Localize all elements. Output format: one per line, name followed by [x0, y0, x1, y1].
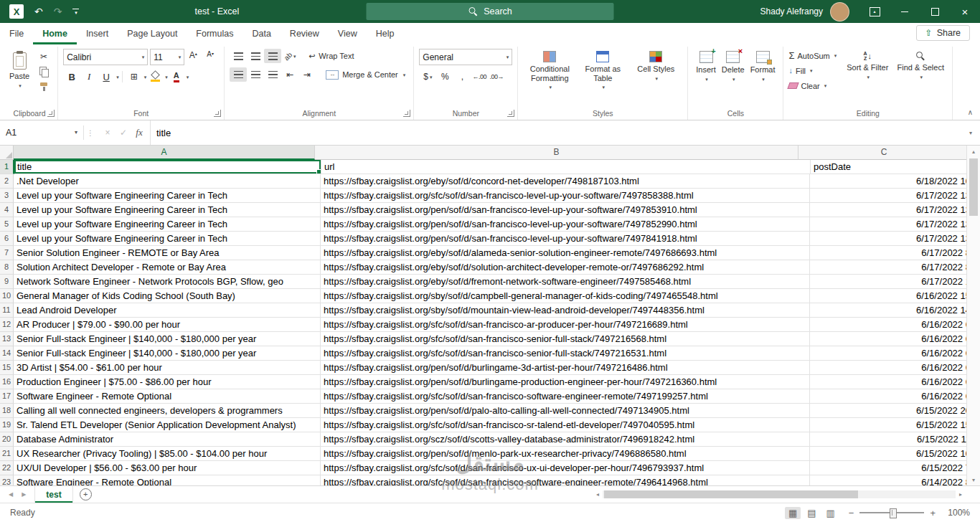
scroll-left-icon[interactable]: ◂	[593, 491, 603, 498]
align-left-button[interactable]	[230, 67, 247, 82]
horizontal-scrollbar[interactable]: ◂ ▸	[593, 486, 980, 503]
cell-C13[interactable]: 6/16/2022 6:48	[810, 332, 966, 346]
row-header-2[interactable]: 2	[0, 174, 14, 189]
cell-C18[interactable]: 6/15/2022 20:35	[810, 404, 966, 418]
row-header-5[interactable]: 5	[0, 217, 14, 232]
minimize-button[interactable]	[890, 0, 920, 23]
name-box[interactable]: A1 ▾	[0, 120, 83, 145]
orientation-button[interactable]: ab▾	[281, 49, 298, 63]
decrease-indent-button[interactable]: ⇤	[281, 67, 298, 82]
cell-C10[interactable]: 6/16/2022 15:19	[810, 289, 966, 303]
tab-view[interactable]: View	[329, 23, 367, 44]
font-color-dropdown-icon[interactable]: ▾	[187, 75, 189, 80]
cell-C5[interactable]: 6/17/2022 13:32	[810, 217, 966, 232]
tab-file[interactable]: File	[0, 23, 33, 44]
column-header-A[interactable]: A	[14, 146, 315, 160]
cell-B2[interactable]: https://sfbay.craigslist.org/eby/sof/d/c…	[321, 174, 810, 189]
cell-B15[interactable]: https://sfbay.craigslist.org/pen/sof/d/b…	[321, 361, 810, 375]
cell-C16[interactable]: 6/16/2022 6:47	[810, 375, 966, 389]
font-color-button[interactable]: A	[168, 70, 185, 84]
cell-B10[interactable]: https://sfbay.craigslist.org/sby/sof/d/c…	[321, 289, 810, 303]
new-sheet-button[interactable]: +	[80, 488, 92, 500]
zoom-in-icon[interactable]: +	[930, 508, 936, 518]
fill-color-button[interactable]	[146, 70, 164, 84]
row-header-11[interactable]: 11	[0, 303, 14, 318]
merge-center-button[interactable]: ↔ Merge & Center ▾	[323, 69, 408, 81]
formula-bar-expand-icon[interactable]: ▾	[961, 130, 980, 136]
name-box-dropdown-icon[interactable]: ▾	[75, 130, 77, 136]
tab-data[interactable]: Data	[242, 23, 280, 44]
cell-B23[interactable]: https://sfbay.craigslist.org/sfc/sof/d/s…	[321, 475, 810, 485]
row-header-19[interactable]: 19	[0, 418, 14, 432]
cell-C15[interactable]: 6/16/2022 6:48	[810, 361, 966, 375]
redo-button[interactable]: ↷	[54, 6, 62, 16]
cell-A2[interactable]: .Net Developer	[14, 174, 321, 189]
fill-button[interactable]: ↓Fill▾	[788, 64, 837, 77]
row-header-16[interactable]: 16	[0, 375, 14, 389]
cell-A22[interactable]: UX/UI Developer | $56.00 - $63.00 per ho…	[14, 461, 321, 475]
vertical-scrollbar[interactable]: ▴ ▾	[966, 146, 980, 485]
cell-C17[interactable]: 6/16/2022 6:01	[810, 389, 966, 404]
find-select-button[interactable]: Find & Select ▾	[894, 49, 947, 82]
cell-C7[interactable]: 6/17/2022 8:25	[810, 246, 966, 260]
row-header-21[interactable]: 21	[0, 447, 14, 461]
user-avatar[interactable]	[830, 2, 849, 22]
column-header-C[interactable]: C	[798, 146, 966, 160]
italic-button[interactable]: I	[80, 70, 98, 84]
normal-view-button[interactable]: ▦	[785, 507, 801, 519]
decrease-font-size-button[interactable]: A▾	[202, 50, 219, 65]
vertical-scroll-thumb[interactable]	[969, 158, 978, 216]
zoom-slider[interactable]	[859, 512, 924, 513]
cell-C23[interactable]: 6/14/2022 8:04	[810, 475, 966, 485]
cell-A4[interactable]: Level up your Software Engineering Caree…	[14, 203, 321, 217]
cell-A1[interactable]: title	[14, 160, 321, 174]
cell-C6[interactable]: 6/17/2022 13:10	[810, 232, 966, 246]
font-size-select[interactable]: 11 ▾	[150, 49, 184, 65]
enter-icon[interactable]: ✓	[117, 128, 130, 138]
cell-C11[interactable]: 6/16/2022 14:37	[810, 303, 966, 318]
tab-formulas[interactable]: Formulas	[187, 23, 242, 44]
formula-input[interactable]: title	[150, 120, 961, 145]
cell-C2[interactable]: 6/18/2022 10:39	[810, 174, 966, 189]
row-header-10[interactable]: 10	[0, 289, 14, 303]
cell-C4[interactable]: 6/17/2022 13:34	[810, 203, 966, 217]
cell-C21[interactable]: 6/15/2022 10:06	[810, 447, 966, 461]
cell-A19[interactable]: Sr. Talend ETL Developer (Senior Applica…	[14, 418, 321, 432]
cell-C3[interactable]: 6/17/2022 13:43	[810, 189, 966, 203]
scroll-up-icon[interactable]: ▴	[967, 146, 980, 157]
page-layout-view-button[interactable]: ▤	[804, 507, 819, 519]
tab-page-layout[interactable]: Page Layout	[118, 23, 187, 44]
tab-home[interactable]: Home	[33, 23, 77, 44]
cell-A17[interactable]: Software Engineer - Remote Optional	[14, 389, 321, 404]
wrap-text-button[interactable]: ↩ Wrap Text	[306, 50, 357, 62]
cell-A7[interactable]: Senior Solution Engineer - REMOTE or Bay…	[14, 246, 321, 260]
increase-font-size-button[interactable]: A▴	[184, 50, 202, 65]
cell-A16[interactable]: Production Engineer | $75.00 - $86.00 pe…	[14, 375, 321, 389]
format-painter-button[interactable]	[35, 79, 52, 94]
align-right-button[interactable]	[264, 67, 281, 82]
cell-A11[interactable]: Lead Android Developer	[14, 303, 321, 318]
row-header-12[interactable]: 12	[0, 318, 14, 332]
increase-decimal-button[interactable]: ←.00	[471, 70, 488, 84]
cell-B13[interactable]: https://sfbay.craigslist.org/sfc/sof/d/s…	[321, 332, 810, 346]
search-box[interactable]: Search	[367, 3, 614, 20]
page-break-view-button[interactable]: ▥	[823, 507, 839, 519]
increase-indent-button[interactable]: ⇥	[298, 67, 316, 82]
row-header-13[interactable]: 13	[0, 332, 14, 346]
conditional-formatting-button[interactable]: Conditional Formatting ▾	[523, 49, 576, 92]
formula-bar-grip-icon[interactable]: ⋮	[84, 129, 97, 137]
cell-B8[interactable]: https://sfbay.craigslist.org/eby/sof/d/s…	[321, 260, 810, 275]
cell-B17[interactable]: https://sfbay.craigslist.org/sfc/sof/d/s…	[321, 389, 810, 404]
middle-align-button[interactable]	[247, 49, 264, 63]
cell-C14[interactable]: 6/16/2022 6:48	[810, 346, 966, 361]
cell-A6[interactable]: Level up your Software Engineering Caree…	[14, 232, 321, 246]
cell-C20[interactable]: 6/15/2022 11:06	[810, 432, 966, 447]
row-header-1[interactable]: 1	[0, 160, 14, 174]
font-dialog-launcher[interactable]	[214, 110, 221, 117]
horizontal-scroll-track[interactable]	[603, 490, 956, 498]
decrease-decimal-button[interactable]: .00→	[488, 70, 505, 84]
format-cells-button[interactable]: Format ▾	[748, 49, 778, 84]
row-header-18[interactable]: 18	[0, 404, 14, 418]
cell-C19[interactable]: 6/15/2022 15:18	[810, 418, 966, 432]
cell-B1[interactable]: url	[321, 160, 811, 174]
